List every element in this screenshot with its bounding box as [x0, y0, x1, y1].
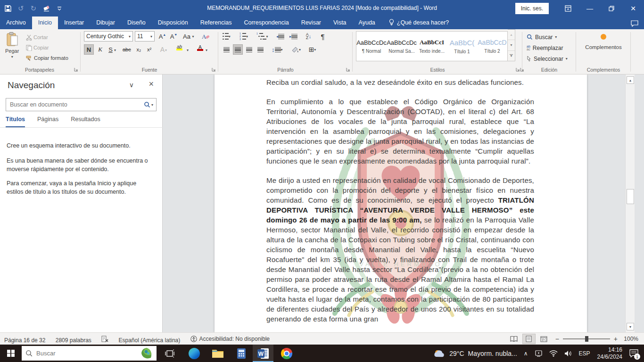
taskbar-search-input[interactable]	[36, 350, 137, 357]
wifi-icon[interactable]	[546, 345, 561, 362]
navigation-search-box[interactable]: ▾	[6, 98, 157, 111]
vertical-scrollbar[interactable]: ∧ ▲ ▼	[625, 74, 635, 332]
font-name-dropdown-icon[interactable]: ▾	[129, 34, 131, 39]
replace-button[interactable]: abac Reemplazar	[524, 43, 575, 53]
paste-button[interactable]: Pegar ▾	[2, 30, 22, 61]
tab-vista[interactable]: Vista	[327, 16, 353, 29]
file-explorer-icon[interactable]	[207, 345, 228, 362]
tray-chevron-icon[interactable]: ∧	[520, 345, 531, 362]
search-dropdown-icon[interactable]: ▾	[151, 103, 153, 107]
accessibility-status[interactable]: Accesibilidad: No disponible	[186, 333, 274, 345]
increase-indent-icon[interactable]: ▸	[289, 31, 298, 41]
shrink-font-button[interactable]: A▼	[169, 31, 179, 41]
document-paragraph[interactable]: Reciba un cordial saludo, a la vez deseá…	[266, 77, 534, 87]
document-text[interactable]: Reciba un cordial saludo, a la vez deseá…	[266, 77, 534, 332]
ribbon-display-options-icon[interactable]	[557, 0, 579, 16]
line-spacing-button[interactable]: ↕▾	[271, 44, 284, 55]
calculator-icon[interactable]	[231, 345, 252, 362]
taskbar-search-box[interactable]	[22, 346, 157, 361]
subscript-button[interactable]: x₂	[134, 44, 144, 55]
clock[interactable]: 14:16 24/6/2024	[594, 345, 626, 362]
shading-button[interactable]: ▾	[290, 44, 302, 55]
styles-more-icon[interactable]: ▼	[508, 51, 515, 61]
web-layout-button[interactable]	[537, 334, 551, 344]
decrease-indent-icon[interactable]: ◂	[275, 31, 285, 41]
addins-button[interactable]: Complementos	[578, 32, 629, 52]
multilevel-list-button[interactable]: 1 ▾	[256, 31, 269, 41]
italic-button[interactable]: K	[95, 44, 105, 55]
zoom-in-button[interactable]: +	[610, 335, 621, 343]
font-color-button[interactable]: A	[195, 44, 205, 51]
scroll-down-icon[interactable]: ▼	[627, 323, 634, 330]
nav-tab-paginas[interactable]: Páginas	[37, 116, 58, 128]
strikethrough-button[interactable]: abc	[122, 44, 132, 55]
cut-button[interactable]: Cortar	[25, 32, 50, 42]
clipboard-dialog-launcher-icon[interactable]	[74, 67, 78, 72]
align-right-button[interactable]	[244, 44, 254, 55]
minimize-button[interactable]: —	[579, 0, 601, 16]
tab-dibujar[interactable]: Dibujar	[90, 16, 121, 29]
tab-ayuda[interactable]: Ayuda	[353, 16, 381, 29]
bold-button[interactable]: N	[84, 44, 94, 55]
tab-correspondencia[interactable]: Correspondencia	[238, 16, 295, 29]
font-size-combobox[interactable]: 11▾	[135, 31, 155, 41]
tab-revisar[interactable]: Revisar	[295, 16, 327, 29]
underline-dropdown-icon[interactable]: ▾	[114, 48, 116, 52]
sign-in-button[interactable]: Inic. ses.	[515, 3, 549, 14]
nav-tab-titulos[interactable]: Títulos	[6, 116, 25, 128]
align-left-button[interactable]	[222, 44, 231, 55]
close-button[interactable]: ×	[622, 0, 644, 16]
search-highlight-image[interactable]	[140, 347, 153, 360]
language-indicator[interactable]: ESP	[576, 345, 594, 362]
document-paragraph[interactable]: Me dirijo a usted en representación en c…	[266, 175, 534, 324]
style-texto-inde[interactable]: AaBbCcITexto inde...	[417, 32, 447, 61]
navigation-search-input[interactable]	[6, 101, 144, 108]
font-name-combobox[interactable]: Century Gothic▾	[84, 31, 133, 41]
search-icon[interactable]: ▾	[144, 101, 156, 108]
print-layout-button[interactable]	[522, 334, 536, 344]
restore-button[interactable]	[601, 0, 622, 16]
start-button[interactable]	[0, 345, 22, 362]
styles-dialog-launcher-icon[interactable]	[516, 67, 520, 72]
styles-scroll-down-icon[interactable]: ▼	[508, 40, 515, 50]
find-button[interactable]: Buscar▾	[524, 32, 575, 42]
word-app-icon[interactable]: W	[253, 345, 273, 362]
tab-diseno[interactable]: Diseño	[121, 16, 152, 29]
tab-referencias[interactable]: Referencias	[194, 16, 238, 29]
zoom-slider-thumb[interactable]	[585, 336, 588, 342]
scroll-up-icon[interactable]: ▲	[627, 76, 634, 84]
zoom-slider[interactable]	[563, 338, 610, 339]
cast-icon[interactable]	[531, 345, 546, 362]
notification-center-icon[interactable]: 1	[626, 345, 644, 362]
paragraph-dialog-launcher-icon[interactable]	[346, 67, 350, 72]
tab-archivo[interactable]: Archivo	[0, 16, 32, 29]
navigation-collapse-icon[interactable]: ∨	[129, 81, 134, 89]
sort-button[interactable]: AZ↓	[304, 31, 314, 41]
tab-disposicion[interactable]: Disposición	[152, 16, 194, 29]
show-marks-button[interactable]: ¶	[318, 31, 328, 41]
tab-insertar[interactable]: Insertar	[58, 16, 90, 29]
tab-inicio[interactable]: Inicio	[32, 16, 58, 29]
weather-widget[interactable]: 29°C Mayorm. nubla...	[430, 345, 520, 362]
proofing-error-icon[interactable]	[97, 333, 113, 345]
clear-formatting-icon[interactable]: A	[201, 31, 211, 41]
font-color-dropdown-icon[interactable]: ▾	[206, 48, 207, 52]
highlight-dropdown-icon[interactable]: ▾	[187, 48, 189, 52]
document-paragraph[interactable]: En cumplimiento a lo que establece el Có…	[266, 97, 534, 166]
navigation-close-icon[interactable]: ×	[149, 79, 154, 89]
change-case-button[interactable]: Aa ▾	[182, 31, 195, 41]
comment-icon[interactable]	[631, 20, 638, 29]
style-normal-sa[interactable]: AaBbCcDcNormal Sa...	[387, 32, 417, 61]
style-normal[interactable]: AaBbCcDc¶ Normal	[356, 32, 387, 61]
justify-button[interactable]	[256, 44, 265, 55]
nav-tab-resultados[interactable]: Resultados	[71, 116, 100, 128]
zoom-percentage[interactable]: 100%	[621, 336, 644, 342]
align-center-button[interactable]	[233, 44, 243, 55]
zoom-out-button[interactable]: −	[552, 335, 563, 343]
scrollbar-thumb[interactable]	[627, 189, 634, 204]
numbering-button[interactable]: 123 ▾	[239, 31, 249, 41]
read-mode-button[interactable]	[507, 334, 520, 344]
editing-dialog-launcher-icon[interactable]	[520, 67, 524, 72]
styles-scroll-up-icon[interactable]: ▲	[508, 30, 515, 40]
font-size-dropdown-icon[interactable]: ▾	[150, 34, 152, 39]
